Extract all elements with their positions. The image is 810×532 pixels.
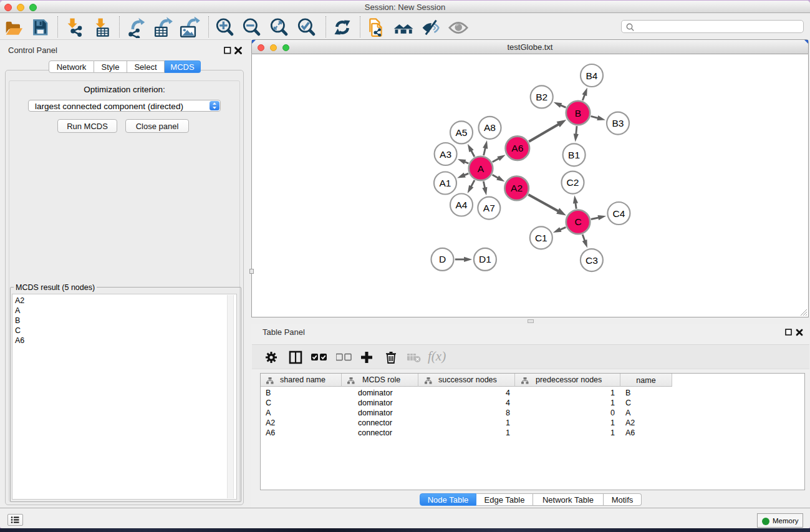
svg-text:A3: A3 (440, 149, 451, 160)
svg-text:A4: A4 (456, 200, 468, 210)
svg-text:C: C (574, 216, 581, 227)
svg-text:B3: B3 (612, 118, 624, 128)
svg-text:A6: A6 (511, 143, 523, 153)
svg-text:C4: C4 (612, 208, 625, 219)
svg-text:C2: C2 (567, 177, 579, 188)
svg-text:A7: A7 (483, 203, 495, 213)
svg-text:A: A (478, 163, 485, 174)
svg-text:A8: A8 (484, 122, 496, 133)
svg-text:B1: B1 (568, 150, 580, 160)
svg-text:B4: B4 (586, 70, 598, 81)
svg-text:A5: A5 (456, 127, 468, 138)
svg-text:C1: C1 (535, 233, 547, 243)
svg-text:C3: C3 (586, 255, 598, 266)
svg-text:B: B (575, 108, 581, 118)
svg-text:A2: A2 (511, 183, 523, 193)
svg-text:A1: A1 (440, 178, 451, 188)
svg-text:D: D (439, 254, 446, 264)
svg-text:B2: B2 (536, 92, 547, 102)
svg-text:D1: D1 (479, 254, 491, 264)
